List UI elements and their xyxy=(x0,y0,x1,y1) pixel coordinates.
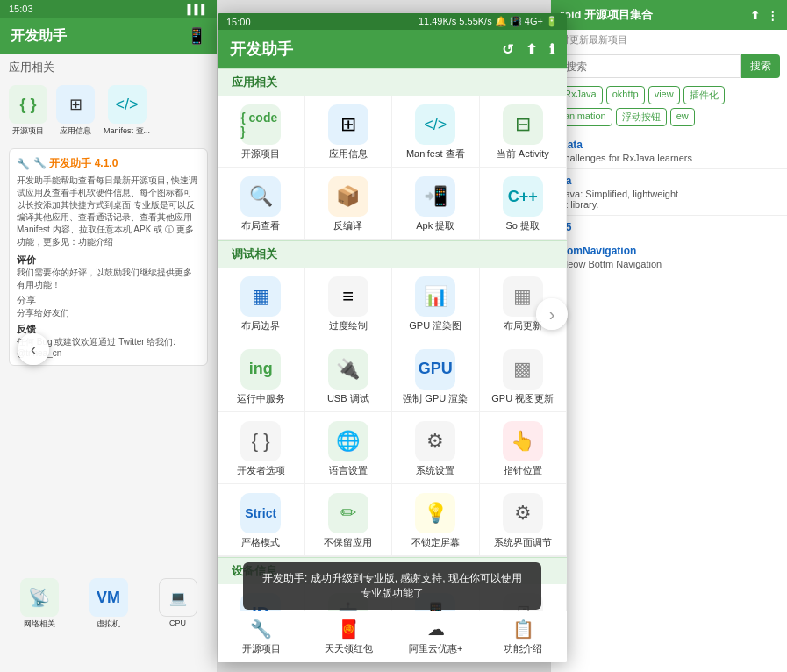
item-gpurender[interactable]: 📊 GPU 渲染图 xyxy=(392,268,480,340)
tag-ew[interactable]: ew xyxy=(670,108,695,126)
tag-plugin[interactable]: 插件化 xyxy=(683,86,725,104)
left-bottom-vm[interactable]: VM 虚拟机 xyxy=(89,578,128,630)
item-decompile[interactable]: 📦 反编译 xyxy=(305,168,393,239)
modal-app-icons: ↺ ⬆ ℹ xyxy=(502,41,554,58)
modal-icon-refresh[interactable]: ↺ xyxy=(502,41,513,58)
section-header-debug: 调试相关 xyxy=(218,240,567,268)
main-modal: 15:00 11.49K/s 5.55K/s 🔔 📳 4G+ 🔋 开发助手 ↺ … xyxy=(218,13,567,662)
item-overdraw[interactable]: ≡ 过度绘制 xyxy=(305,268,393,340)
left-icon-manifest[interactable]: </> Manifest 查... xyxy=(104,85,150,137)
bottom-label-opensource: 开源项目 xyxy=(242,642,281,655)
item-so[interactable]: C++ So 提取 xyxy=(480,168,568,239)
bottom-nav-redpacket[interactable]: 🧧 天天领红包 xyxy=(305,611,393,662)
item-strict[interactable]: Strict 严格模式 xyxy=(218,484,305,556)
left-nav-arrow[interactable]: ‹ xyxy=(18,333,49,365)
right-top-bar: roid 开源项目集合 ⬆ ⋮ xyxy=(551,0,787,30)
list-item-nav[interactable]: ttomNavigation Meow Bottm Navigation xyxy=(551,239,787,275)
left-section-app: 应用相关 xyxy=(0,54,217,81)
item-nolock[interactable]: 💡 不锁定屏幕 xyxy=(392,484,480,556)
left-app-icons-row: { } 开源项目 ⊞ 应用信息 </> Manifest 查... xyxy=(0,81,217,141)
left-icon-source[interactable]: { } 开源项目 xyxy=(9,85,47,137)
modal-icon-info[interactable]: ℹ xyxy=(549,41,554,58)
item-apk[interactable]: 📲 Apk 提取 xyxy=(392,168,480,239)
info-feedback: 反馈 xyxy=(17,323,200,336)
item-settings[interactable]: ⚙ 系统设置 xyxy=(392,412,480,484)
item-layoutborder[interactable]: ▦ 布局边界 xyxy=(218,268,305,340)
left-app-title: 开发助手 xyxy=(11,27,67,46)
list-item-15[interactable]: 15 xyxy=(551,216,787,239)
right-subtitle: 时更新最新项目 xyxy=(551,30,787,50)
section-header-app: 应用相关 xyxy=(218,68,567,96)
item-lang[interactable]: 🌐 语言设置 xyxy=(305,412,393,484)
list-item-kata[interactable]: Kata challenges for RxJava learners xyxy=(551,133,787,169)
app-section-grid: { code } 开源项目 ⊞ 应用信息 </> Manifest 查看 ⊟ xyxy=(218,96,567,240)
right-top-icons: ⬆ ⋮ xyxy=(750,9,778,22)
debug-section-grid: ▦ 布局边界 ≡ 过度绘制 📊 GPU 渲染图 ▦ 布局更新 xyxy=(218,268,567,557)
info-body: 开发助手能帮助查看每日最新开源项目, 快速调试应用及查看手机软硬件信息、每个图标… xyxy=(17,175,200,248)
right-list: Kata challenges for RxJava learners va J… xyxy=(551,130,787,279)
tag-view[interactable]: view xyxy=(648,86,680,104)
left-info-box: 🔧 🔧 开发助手 4.1.0 开发助手能帮助查看每日最新开源项目, 快速调试应用… xyxy=(9,148,208,366)
modal-status-right: 11.49K/s 5.55K/s 🔔 📳 4G+ 🔋 xyxy=(419,16,558,27)
modal-bottom-nav: 🔧 开源项目 🧧 天天领红包 ☁ 阿里云优惠+ 📋 功能介绍 xyxy=(218,611,567,662)
toast-message: 开发助手: 成功升级到专业版, 感谢支持, 现在你可以使用专业版功能了 xyxy=(243,562,541,610)
bottom-icon-aliyun: ☁ xyxy=(427,618,445,640)
left-icon-appinfo[interactable]: ⊞ 应用信息 xyxy=(56,85,95,137)
bottom-nav-aliyun[interactable]: ☁ 阿里云优惠+ xyxy=(392,611,480,662)
info-share: 分享 xyxy=(17,294,200,307)
left-panel: 15:03 ▌▌▌ 开发助手 📱 应用相关 { } 开源项目 ⊞ 应用信息 </… xyxy=(0,0,218,672)
tag-floatbtn[interactable]: 浮动按钮 xyxy=(616,108,667,126)
right-more-icon[interactable]: ⋮ xyxy=(767,9,778,22)
bottom-label-aliyun: 阿里云优惠+ xyxy=(409,642,462,655)
item-usb[interactable]: 🔌 USB 调试 xyxy=(305,340,393,412)
bottom-label-redpacket: 天天领红包 xyxy=(325,642,373,655)
right-panel: roid 开源项目集合 ⬆ ⋮ 时更新最新项目 搜索 RxJava okhttp… xyxy=(550,0,787,672)
info-share-text: 分享给好友们 xyxy=(17,307,200,319)
item-devopt[interactable]: { } 开发者选项 xyxy=(218,412,305,484)
bottom-label-funcintro: 功能介绍 xyxy=(504,642,542,655)
right-search-button[interactable]: 搜索 xyxy=(741,54,780,78)
left-bottom-network[interactable]: 📡 网络相关 xyxy=(20,578,59,630)
left-app-icon[interactable]: 📱 xyxy=(187,26,206,46)
left-battery-icon: ▌▌▌ xyxy=(188,4,208,14)
bottom-icon-funcintro: 📋 xyxy=(512,618,534,640)
right-tags: RxJava okhttp view 插件化 animation 浮动按钮 ew xyxy=(551,82,787,130)
item-appinfo[interactable]: ⊞ 应用信息 xyxy=(305,96,393,168)
item-sysui[interactable]: ⚙ 系统界面调节 xyxy=(480,484,568,556)
right-title: roid 开源项目集合 xyxy=(560,7,653,23)
item-layout[interactable]: 🔍 布局查看 xyxy=(218,168,305,239)
right-share-icon[interactable]: ⬆ xyxy=(750,9,760,22)
info-title: 🔧 🔧 开发助手 4.1.0 xyxy=(17,156,200,171)
item-pointer[interactable]: 👆 指针位置 xyxy=(480,412,568,484)
item-nosave[interactable]: ✏ 不保留应用 xyxy=(305,484,393,556)
modal-app-title: 开发助手 xyxy=(230,39,293,60)
info-rating-text: 我们需要你的好评，以鼓励我们继续提供更多有用功能！ xyxy=(17,267,200,291)
modal-status-bar: 15:00 11.49K/s 5.55K/s 🔔 📳 4G+ 🔋 xyxy=(218,13,567,30)
item-gpuview[interactable]: ▩ GPU 视图更新 xyxy=(480,340,568,412)
bottom-nav-funcintro[interactable]: 📋 功能介绍 xyxy=(480,611,568,662)
left-app-bar: 开发助手 📱 xyxy=(0,18,217,54)
right-nav-arrow[interactable]: › xyxy=(536,298,568,330)
tag-okhttp[interactable]: okhttp xyxy=(606,86,645,104)
modal-content: 应用相关 { code } 开源项目 ⊞ 应用信息 </> Manifest 查… xyxy=(218,68,567,611)
modal-icon-share[interactable]: ⬆ xyxy=(526,41,537,58)
right-search-input[interactable] xyxy=(558,54,741,78)
left-time: 15:03 xyxy=(9,4,33,14)
modal-app-bar: 开发助手 ↺ ⬆ ℹ xyxy=(218,30,567,68)
bottom-nav-opensource[interactable]: 🔧 开源项目 xyxy=(218,611,305,662)
bottom-icon-redpacket: 🧧 xyxy=(338,618,360,640)
list-item-va[interactable]: va Java: Simplified, lightweightnt libra… xyxy=(551,169,787,216)
left-bottom-icons: 📡 网络相关 VM 虚拟机 💻 CPU xyxy=(0,571,217,637)
item-manifest[interactable]: </> Manifest 查看 xyxy=(392,96,480,168)
left-status-bar: 15:03 ▌▌▌ xyxy=(0,0,217,18)
right-search-bar: 搜索 xyxy=(551,50,787,82)
item-gpuforce[interactable]: GPU 强制 GPU 渲染 xyxy=(392,340,480,412)
bottom-icon-opensource: 🔧 xyxy=(250,618,272,640)
info-rating: 评价 xyxy=(17,254,200,267)
item-service[interactable]: ing 运行中服务 xyxy=(218,340,305,412)
modal-time: 15:00 xyxy=(226,17,251,27)
item-activity[interactable]: ⊟ 当前 Activity xyxy=(480,96,568,168)
left-bottom-cpu[interactable]: 💻 CPU xyxy=(159,578,197,630)
item-opensource[interactable]: { code } 开源项目 xyxy=(218,96,305,168)
